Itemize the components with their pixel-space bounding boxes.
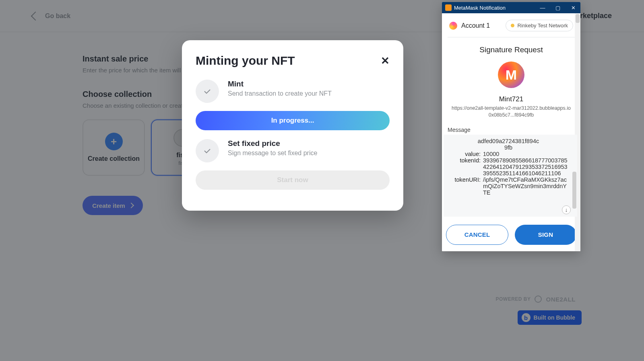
tokenuri-key: tokenURI: bbox=[449, 176, 481, 196]
message-tokenid-row: tokenId: 3939678908558661877700378542264… bbox=[449, 157, 568, 176]
minting-modal: Minting your NFT ✕ Mint Send transaction… bbox=[182, 40, 403, 211]
sign-button[interactable]: Sign bbox=[515, 225, 576, 245]
value-value: 10000 bbox=[483, 151, 568, 157]
network-selector[interactable]: Rinkeby Test Network bbox=[506, 20, 573, 31]
network-status-icon bbox=[511, 24, 514, 27]
account-name: Account 1 bbox=[461, 22, 490, 29]
check-icon bbox=[196, 80, 219, 103]
origin-url-line2: 0x08b5c7...f894c9fb bbox=[450, 112, 572, 119]
account-selector[interactable]: Account 1 bbox=[449, 22, 490, 30]
metamask-window-title: MetaMask Notification bbox=[454, 5, 506, 11]
close-window-icon[interactable]: ✕ bbox=[569, 5, 577, 10]
step-set-price: Set fixed price Sign message to set fixe… bbox=[196, 139, 390, 162]
metamask-actions: Cancel Sign bbox=[442, 218, 580, 250]
scrollbar-thumb[interactable] bbox=[576, 14, 580, 23]
message-hash: adfed09a2724381f894c 9fb bbox=[449, 138, 568, 151]
step-mint: Mint Send transaction to create your NFT bbox=[196, 80, 390, 103]
value-key: value: bbox=[449, 151, 481, 157]
maximize-icon[interactable]: ▢ bbox=[554, 5, 562, 10]
step-set-price-subtitle: Sign message to set fixed price bbox=[228, 150, 317, 157]
signature-header: Signature Request M Mint721 https://one2… bbox=[442, 37, 580, 122]
contract-name: Mint721 bbox=[448, 95, 575, 103]
step-mint-title: Mint bbox=[228, 80, 332, 88]
message-value-row: value: 10000 bbox=[449, 151, 568, 157]
signature-request-title: Signature Request bbox=[448, 45, 575, 54]
metamask-titlebar: MetaMask Notification — ▢ ✕ bbox=[442, 2, 580, 13]
close-icon[interactable]: ✕ bbox=[381, 55, 390, 67]
in-progress-button[interactable]: In progress... bbox=[196, 111, 390, 130]
metamask-account-row: Account 1 Rinkeby Test Network bbox=[442, 13, 580, 37]
message-box: adfed09a2724381f894c 9fb value: 10000 to… bbox=[444, 135, 577, 217]
modal-header: Minting your NFT ✕ bbox=[196, 54, 390, 68]
tokenuri-value: /ipfs/Qme7tCFaRaMXGKksz7acmQiZoTYSeWZsn9… bbox=[483, 176, 568, 196]
network-name: Rinkeby Test Network bbox=[518, 23, 568, 29]
step-set-price-title: Set fixed price bbox=[228, 139, 317, 148]
metamask-fox-icon bbox=[445, 4, 452, 11]
modal-title: Minting your NFT bbox=[196, 54, 295, 68]
contract-avatar-icon: M bbox=[498, 62, 524, 88]
step-set-price-text: Set fixed price Sign message to set fixe… bbox=[228, 139, 317, 157]
message-tokenuri-row: tokenURI: /ipfs/Qme7tCFaRaMXGKksz7acmQiZ… bbox=[449, 176, 568, 196]
window-controls: — ▢ ✕ bbox=[539, 5, 577, 10]
origin-url-line1: https://one2all-template-v2-mar312022.bu… bbox=[450, 105, 572, 112]
account-avatar-icon bbox=[449, 22, 457, 30]
metamask-popup: MetaMask Notification — ▢ ✕ Account 1 Ri… bbox=[442, 2, 580, 251]
minimize-icon[interactable]: — bbox=[539, 5, 547, 10]
tokenid-key: tokenId: bbox=[449, 157, 481, 176]
contract-avatar-initial: M bbox=[506, 67, 517, 83]
step-mint-subtitle: Send transaction to create your NFT bbox=[228, 90, 332, 97]
cancel-button[interactable]: Cancel bbox=[446, 225, 508, 245]
message-label: Message bbox=[442, 122, 580, 135]
step-mint-text: Mint Send transaction to create your NFT bbox=[228, 80, 332, 97]
start-now-button: Start now bbox=[196, 170, 390, 190]
scroll-down-button[interactable]: ↓ bbox=[562, 205, 571, 214]
message-scrollbar[interactable] bbox=[572, 172, 576, 209]
check-icon bbox=[196, 139, 219, 162]
metamask-body: Account 1 Rinkeby Test Network Signature… bbox=[442, 13, 580, 251]
origin-url: https://one2all-template-v2-mar312022.bu… bbox=[448, 105, 575, 119]
tokenid-value: 3939678908558661877700378542264120479129… bbox=[483, 157, 568, 176]
